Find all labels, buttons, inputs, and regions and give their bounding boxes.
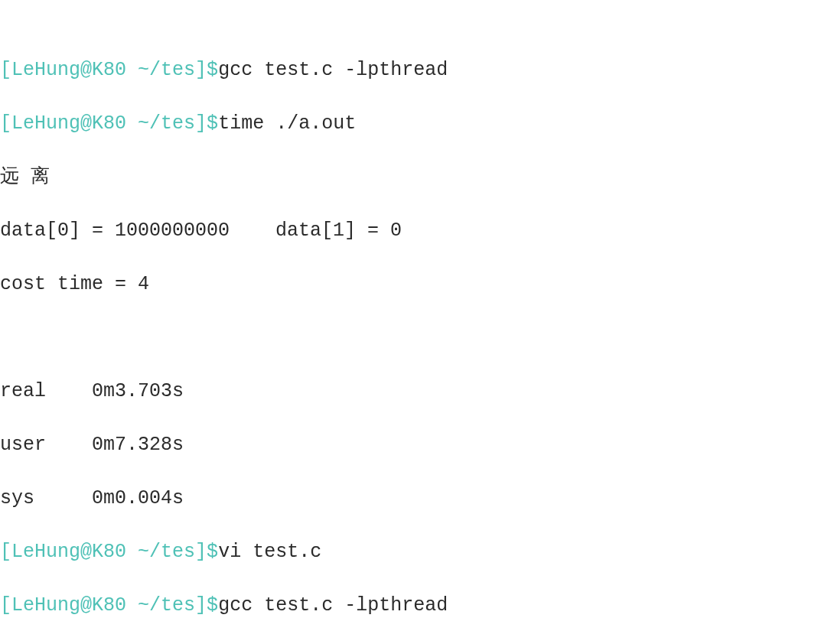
space	[126, 59, 138, 81]
prompt-user: LeHung	[11, 112, 80, 135]
space	[126, 594, 138, 616]
prompt-line: [LeHung@K80 ~/tes]$time ./a.out	[0, 110, 831, 137]
command-text: gcc test.c -lpthread	[218, 59, 448, 81]
prompt-symbol-icon: $	[207, 594, 218, 616]
bracket-close-icon: ]	[195, 59, 207, 81]
space	[126, 112, 138, 135]
command-text: gcc test.c -lpthread	[218, 594, 448, 616]
time-user: user 0m7.328s	[0, 431, 831, 458]
at-symbol: @	[80, 112, 92, 135]
output-line: 远 离	[0, 164, 831, 190]
prompt-symbol-icon: $	[207, 59, 218, 81]
output-line: cost time = 4	[0, 271, 831, 298]
prompt-line: [LeHung@K80 ~/tes]$vi test.c	[0, 538, 831, 565]
time-sys: sys 0m0.004s	[0, 485, 831, 512]
prompt-line: [LeHung@K80 ~/tes]$gcc test.c -lpthread	[0, 57, 831, 83]
at-symbol: @	[80, 594, 92, 616]
prompt-symbol-icon: $	[207, 112, 218, 135]
prompt-host: K80	[92, 59, 126, 81]
prompt-user: LeHung	[11, 59, 80, 81]
prompt-user: LeHung	[11, 594, 80, 616]
space	[126, 541, 138, 563]
bracket-open-icon: [	[0, 112, 11, 135]
prompt-path: ~/tes	[138, 59, 195, 81]
output-blank	[0, 324, 831, 351]
prompt-symbol-icon: $	[207, 541, 218, 563]
prompt-user: LeHung	[11, 541, 80, 563]
prompt-host: K80	[92, 594, 126, 616]
bracket-close-icon: ]	[195, 112, 207, 135]
at-symbol: @	[80, 59, 92, 81]
prompt-path: ~/tes	[138, 541, 195, 563]
output-line: data[0] = 1000000000 data[1] = 0	[0, 217, 831, 244]
bracket-close-icon: ]	[195, 594, 207, 616]
prompt-path: ~/tes	[138, 594, 195, 616]
time-real: real 0m3.703s	[0, 378, 831, 405]
prompt-host: K80	[92, 541, 126, 563]
at-symbol: @	[80, 541, 92, 563]
command-text: time ./a.out	[218, 112, 356, 135]
bracket-close-icon: ]	[195, 541, 207, 563]
bracket-open-icon: [	[0, 541, 11, 563]
prompt-line: [LeHung@K80 ~/tes]$gcc test.c -lpthread	[0, 592, 831, 619]
terminal-output[interactable]: [LeHung@K80 ~/tes]$gcc test.c -lpthread …	[0, 0, 831, 644]
bracket-open-icon: [	[0, 59, 11, 81]
prompt-path: ~/tes	[138, 112, 195, 135]
prompt-host: K80	[92, 112, 126, 135]
command-text: vi test.c	[218, 541, 321, 563]
bracket-open-icon: [	[0, 594, 11, 616]
